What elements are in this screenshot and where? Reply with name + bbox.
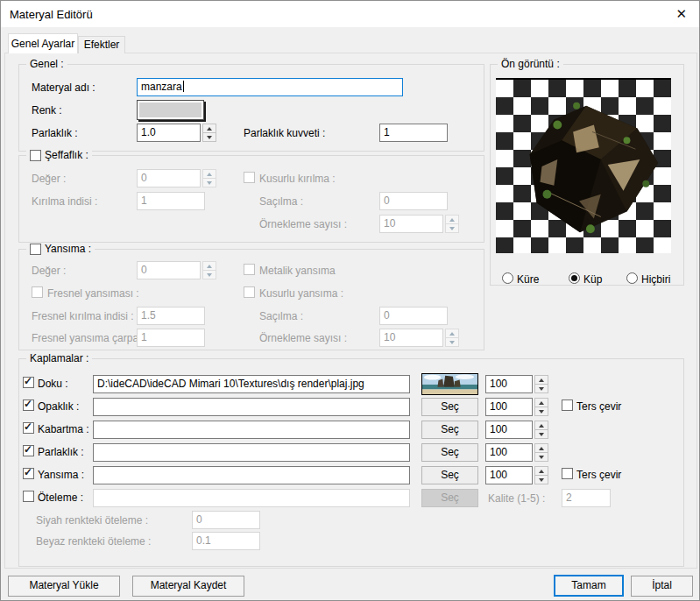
iptal-button[interactable]: İptal [631,576,693,597]
seffaflik-deger-spinner: 0 [137,169,216,187]
parlaklik-input[interactable]: 1.0 [137,124,201,142]
doku-texture-thumbnail[interactable] [421,373,478,395]
kaplamalar-yansima-ters-cevir-checkbox[interactable] [562,468,573,479]
yansima-deger-label: Değer : [32,265,66,277]
kalite-input: 2 [562,489,611,507]
seffaflik-ornekleme-label: Örnekleme sayısı : [259,218,347,230]
group-genel-legend: Genel : [26,58,67,70]
kaplamalar-yansima-sec-button[interactable]: Seç [421,466,478,484]
yansima-ornekleme-label: Örnekleme sayısı : [259,332,347,344]
spin-up-icon[interactable] [202,124,216,132]
spin-up-icon [445,329,459,337]
seffaflik-deger-input: 0 [137,169,201,187]
close-icon[interactable]: ✕ [675,6,687,22]
spin-up-icon[interactable] [534,443,548,452]
materyal-kaydet-button[interactable]: Materyal Kaydet [132,576,244,597]
yansima-ornekleme-input: 10 [379,329,443,347]
kaplamalar-yansima-label: Yansıma : [38,469,84,481]
radio-kup[interactable] [569,272,580,284]
material-preview-render [496,78,671,253]
spin-up-icon[interactable] [534,375,548,384]
kusurlu-yansima-label: Kusurlu yansıma : [259,287,343,300]
seffaflik-sacilma-input: 0 [379,192,448,210]
kaplamalar-yansima-checkbox[interactable] [23,468,34,479]
renk-swatch-button[interactable] [137,100,204,120]
kabartma-checkbox[interactable] [23,422,34,434]
beyaz-oteleme-label: Beyaz renkteki öteleme : [36,535,151,548]
kaplamalar-parlaklik-checkbox[interactable] [23,445,34,456]
materyal-yukle-button[interactable]: Materyal Yükle [8,576,120,597]
spin-down-icon[interactable] [534,475,548,484]
metalik-yansima-label: Metalik yansıma [259,265,336,277]
yansima-deger-spinner: 0 [137,261,216,279]
renk-swatch-color [139,103,202,117]
spin-up-icon [202,169,216,178]
doku-amount-input[interactable]: 100 [485,375,533,393]
seffaflik-legend-label: Şeffaflık : [45,149,88,161]
beyaz-oteleme-input: 0.1 [192,532,260,550]
radio-kure-label: Küre [517,273,539,286]
group-on-goruntu-legend: Ön görüntü : [498,58,563,70]
spin-down-icon[interactable] [534,384,548,393]
kaplamalar-yansima-path-input[interactable] [93,466,410,484]
group-kaplamalar-legend: Kaplamalar : [26,352,92,364]
doku-checkbox[interactable] [23,377,34,388]
yansima-checkbox[interactable] [30,244,41,255]
materyal-adi-label: Materyal adı : [32,81,95,94]
spin-down-icon[interactable] [534,429,548,439]
spin-down-icon [445,337,459,347]
yansima-legend-label: Yansıma : [45,243,91,255]
doku-path-input[interactable]: D:\ideCAD\ideCAD Mimari 10\Textures\dış … [93,375,410,393]
materyal-editoru-dialog: Materyal Editörü ✕ Genel Ayarlar Efektle… [0,0,700,601]
metalik-yansima-checkbox [244,264,255,275]
materyal-adi-input[interactable]: manzara [137,78,403,96]
yansima-ornekleme-spinner: 10 [379,329,459,347]
parlaklik-kuvveti-input[interactable]: 1 [379,124,448,142]
parlaklik-spinner: 1.0 [137,124,216,142]
kabartma-label: Kabartma : [38,423,89,435]
parlaklik-label: Parlaklık : [32,127,78,139]
yansima-deger-input: 0 [137,261,201,279]
spin-down-icon [202,270,216,279]
doku-amount-spinner: 100 [485,375,548,393]
fresnel-kirilma-indisi-input: 1.5 [137,307,205,325]
seffaflik-sacilma-label: Saçılma : [259,195,303,208]
oteleme-path-input [93,489,410,507]
opaklik-checkbox[interactable] [23,399,34,411]
yansima-sacilma-label: Saçılma : [259,310,303,322]
radio-hicbiri-label: Hiçbiri [641,273,670,286]
spin-up-icon[interactable] [534,466,548,475]
kaplamalar-parlaklik-amount-input[interactable]: 100 [485,443,533,462]
kusurlu-yansima-checkbox [244,286,255,298]
kaplamalar-yansima-amount-input[interactable]: 100 [485,466,533,484]
tab-genel-ayarlar[interactable]: Genel Ayarlar [8,33,78,53]
spin-down-icon[interactable] [202,132,216,142]
spin-up-icon[interactable] [534,421,548,429]
opaklik-path-input[interactable] [93,398,410,416]
opaklik-ters-cevir-checkbox[interactable] [562,399,573,411]
opaklik-amount-input[interactable]: 100 [485,398,533,416]
kabartma-sec-button[interactable]: Seç [421,421,478,439]
kaplamalar-yansima-ters-cevir-label: Ters çevir [576,469,621,481]
spin-up-icon[interactable] [534,398,548,407]
kaplamalar-parlaklik-sec-button[interactable]: Seç [421,443,478,462]
fresnel-yansima-carpani-label: Fresnel yansıma çarpanı : [32,332,153,344]
kaplamalar-parlaklik-label: Parlaklık : [38,446,84,458]
spin-down-icon[interactable] [534,452,548,462]
radio-hicbiri[interactable] [626,272,638,284]
opaklik-sec-button[interactable]: Seç [421,398,478,416]
radio-kure[interactable] [502,272,513,284]
kusurlu-kirilma-checkbox [244,172,255,183]
siyah-oteleme-label: Siyah renkteki öteleme : [36,514,148,527]
oteleme-checkbox[interactable] [23,491,34,502]
kabartma-amount-input[interactable]: 100 [485,421,533,439]
seffaflik-checkbox[interactable] [30,150,41,161]
tamam-button[interactable]: Tamam [554,575,624,597]
spin-up-icon [202,261,216,270]
kaplamalar-parlaklik-path-input[interactable] [93,443,410,462]
tab-efektler[interactable]: Efektler [78,36,125,53]
kalite-label: Kalite (1-5) : [488,492,545,505]
kabartma-amount-spinner: 100 [485,421,548,439]
spin-down-icon[interactable] [534,407,548,416]
kabartma-path-input[interactable] [93,421,410,439]
